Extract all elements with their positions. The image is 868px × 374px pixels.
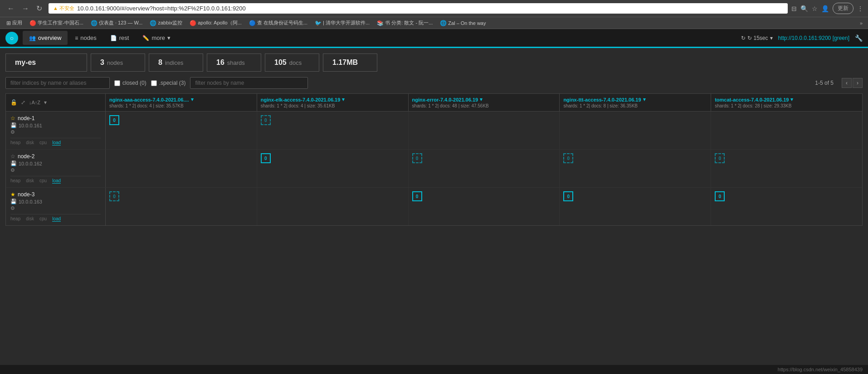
forward-button[interactable]: → [19,3,32,14]
shard-cell-1-1: 0 [257,150,409,187]
load-attr[interactable]: load [52,140,61,146]
disk-attr[interactable]: disk [26,140,34,146]
disk-attr[interactable]: disk [26,216,34,222]
index-name-0[interactable]: nginx-aaa-access-7.4.0-2021.06.... ▾ [109,97,253,102]
dashboard-icon: 🌐 [91,20,98,26]
shard-box[interactable]: 0 [563,191,573,201]
apps-icon: ⊞ [6,20,11,26]
next-page-button[interactable]: › [853,78,863,88]
browser-actions: ⊟ 🔍 ☆ 👤 更新 ⋮ [791,3,863,14]
shard-box-replica[interactable]: 0 [261,115,271,125]
bookmark-label: | 清华大学开源软件... [323,19,370,26]
docs-stat-box: 105 docs [265,53,319,72]
shard-box-replica[interactable]: 0 [109,191,119,201]
index-name-4[interactable]: tomcat-access-7.4.0-2021.06.19 ▾ [715,97,858,102]
shard-box[interactable]: 0 [715,191,725,201]
node-name-text[interactable]: node-3 [18,191,34,198]
nodes-filter-input[interactable] [190,77,308,89]
app-header: ○ 👥 overview ≡ nodes 📄 rest ✏️ more ▾ ↻ … [0,29,868,48]
bookmark-dashboard[interactable]: 🌐 仪表盘 · 123 — W... [88,19,146,27]
chevron-down-icon: ▾ [770,35,773,41]
heap-attr[interactable]: heap [10,178,20,184]
menu-icon[interactable]: ⋮ [857,5,863,12]
node-name-1: ☆ node-2 [10,153,101,160]
url-text: 10.0.0.161:9000/#/overview?host=http:%2F… [77,5,246,12]
wrench-icon[interactable]: 🔧 [855,34,863,42]
refresh-label: ↻ 15sec [747,35,768,41]
indices-label: indices [165,59,183,66]
load-attr[interactable]: load [52,178,61,184]
bookmark-student[interactable]: 🔴 学生工作室-中国石... [27,19,86,27]
disk-attr[interactable]: disk [26,178,34,184]
bookmark-zal[interactable]: 🌐 Zal – On the way [437,19,488,27]
indices-count: 8 [158,58,162,67]
bookmark-zabbix[interactable]: 🌐 zabbix监控 [147,19,185,27]
filter-down-icon[interactable]: ▾ [44,99,47,106]
nodes-stat-box: 3 nodes [91,53,145,72]
index-stats-2: shards: 1 * 2| docs: 48 | size: 47.56KB [412,103,556,108]
node-name-text[interactable]: node-1 [18,115,34,121]
bookmark-id[interactable]: 🔵 查 在线身份证号码生... [246,19,310,27]
special-checkbox[interactable] [151,80,157,86]
index-dropdown-icon: ▾ [643,97,646,102]
bookmark-icon[interactable]: ☆ [812,5,818,12]
bookmark-apps[interactable]: ⊞ 应用 [4,19,25,27]
closed-checkbox-label[interactable]: closed (0) [114,80,146,86]
bookmark-tsinghua[interactable]: 🐦 | 清华大学开源软件... [312,19,372,27]
nav-label: nodes [80,34,96,41]
index-name-3[interactable]: nginx-ttt-access-7.4.0-2021.06.19 ▾ [563,97,707,102]
bookmark-apollo[interactable]: 🔴 apollo: Apollo（阿... [187,19,244,27]
cluster-url[interactable]: http://10.0.0.161:9200 [green] [778,35,849,41]
indices-filter-input[interactable] [5,77,110,89]
translate-icon[interactable]: ⊟ [791,5,797,12]
refresh-indicator[interactable]: ↻ ↻ 15sec ▾ [741,35,772,41]
search-icon[interactable]: 🔍 [800,5,808,12]
shard-cell-0-0: 0 [106,112,257,149]
cpu-attr[interactable]: cpu [39,216,47,222]
node-ip-text: 10.0.0.162 [19,161,42,166]
nav-buttons: ← → ↻ [5,3,45,14]
index-header-4: tomcat-access-7.4.0-2021.06.19 ▾ shards:… [711,94,862,111]
user-icon[interactable]: 👤 [821,5,829,12]
shard-box-replica[interactable]: 0 [715,153,725,163]
shard-box-replica[interactable]: 0 [563,153,573,163]
load-attr[interactable]: load [52,216,61,222]
shard-cell-0-2 [409,112,560,149]
node-attrs-1: heap disk cpu load [10,176,101,184]
expand-icon[interactable]: ⤢ [21,99,25,106]
special-checkbox-label[interactable]: .special (3) [151,80,186,86]
heap-attr[interactable]: heap [10,140,20,146]
update-button[interactable]: 更新 [833,3,853,14]
shard-box[interactable]: 0 [412,191,422,201]
sort-icon[interactable]: ↓A↑Z [29,100,40,105]
pagination-info: 1-5 of 5 [815,80,834,86]
shard-box[interactable]: 0 [109,115,119,125]
cpu-attr[interactable]: cpu [39,178,47,184]
prev-page-button[interactable]: ‹ [842,78,852,88]
heap-attr[interactable]: heap [10,216,20,222]
nav-item-overview[interactable]: 👥 overview [23,31,68,45]
shard-cell-2-0: 0 [106,188,257,225]
back-button[interactable]: ← [5,3,17,14]
bookmark-prose[interactable]: 📚 书 分类: 散文 - 阮一... [374,19,435,27]
nav-label: overview [38,34,61,41]
cluster-name-box: my-es [5,53,87,72]
nav-item-rest[interactable]: 📄 rest [104,31,136,45]
cpu-attr[interactable]: cpu [39,140,47,146]
closed-checkbox[interactable] [114,80,120,86]
index-name-1[interactable]: nginx-elk-access-7.4.0-2021.06.19 ▾ [261,97,405,102]
nav-item-more[interactable]: ✏️ more ▾ [136,31,177,45]
shard-box[interactable]: 0 [261,153,271,163]
address-bar[interactable]: ▲ 不安全 10.0.0.161:9000/#/overview?host=ht… [49,3,788,14]
node-name-text[interactable]: node-2 [18,153,34,160]
nav-item-nodes[interactable]: ≡ nodes [68,31,102,45]
more-bookmarks-button[interactable]: » [858,19,864,27]
shard-box-replica[interactable]: 0 [412,153,422,163]
index-name-text: nginx-elk-access-7.4.0-2021.06.19 [261,97,341,102]
shards-count: 16 [216,58,224,67]
refresh-button[interactable]: ↻ [34,3,45,14]
node-header-cell: 🔓 ⤢ ↓A↑Z ▾ [6,94,106,111]
index-name-2[interactable]: nginx-error-7.4.0-2021.06.19 ▾ [412,97,556,102]
shard-cell-2-4: 0 [711,188,862,225]
node-star-icon: ☆ [10,153,15,160]
